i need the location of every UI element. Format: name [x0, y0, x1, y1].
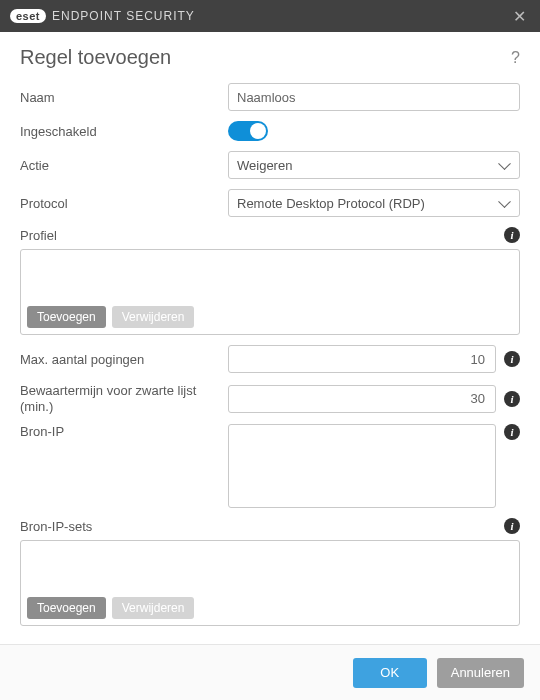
max-attempts-input[interactable] — [228, 345, 496, 373]
ok-button[interactable]: OK — [353, 658, 427, 688]
close-icon[interactable]: ✕ — [509, 7, 530, 26]
content-area: Regel toevoegen ? Naam Ingeschakeld Acti… — [0, 32, 540, 644]
source-ip-textarea[interactable] — [228, 424, 496, 508]
brand-badge: eset — [10, 9, 46, 23]
source-ip-sets-listbox[interactable]: Toevoegen Verwijderen — [20, 540, 520, 626]
label-profile: Profiel — [20, 228, 57, 243]
info-icon[interactable]: i — [504, 518, 520, 534]
protocol-select[interactable]: Remote Desktop Protocol (RDP) — [228, 189, 520, 217]
toggle-knob — [250, 123, 266, 139]
action-select-value: Weigeren — [237, 158, 292, 173]
help-icon[interactable]: ? — [511, 49, 520, 67]
info-icon[interactable]: i — [504, 351, 520, 367]
info-icon[interactable]: i — [504, 424, 520, 440]
enabled-toggle[interactable] — [228, 121, 268, 141]
profile-listbox[interactable]: Toevoegen Verwijderen — [20, 249, 520, 335]
info-icon[interactable]: i — [504, 227, 520, 243]
label-action: Actie — [20, 158, 220, 173]
page-title: Regel toevoegen — [20, 46, 171, 69]
brand-logo: eset ENDPOINT SECURITY — [10, 9, 195, 23]
label-name: Naam — [20, 90, 220, 105]
ipsets-add-button[interactable]: Toevoegen — [27, 597, 106, 619]
titlebar: eset ENDPOINT SECURITY ✕ — [0, 0, 540, 32]
profile-remove-button: Verwijderen — [112, 306, 195, 328]
name-input[interactable] — [228, 83, 520, 111]
label-protocol: Protocol — [20, 196, 220, 211]
cancel-button[interactable]: Annuleren — [437, 658, 524, 688]
action-select[interactable]: Weigeren — [228, 151, 520, 179]
ipsets-remove-button: Verwijderen — [112, 597, 195, 619]
info-icon[interactable]: i — [504, 391, 520, 407]
retention-input[interactable] — [228, 385, 496, 413]
label-retention: Bewaartermijn voor zwarte lijst (min.) — [20, 383, 220, 414]
label-source-ip: Bron-IP — [20, 424, 220, 439]
footer: OK Annuleren — [0, 644, 540, 700]
label-source-ip-sets: Bron-IP-sets — [20, 519, 92, 534]
label-enabled: Ingeschakeld — [20, 124, 220, 139]
profile-add-button[interactable]: Toevoegen — [27, 306, 106, 328]
label-max-attempts: Max. aantal pogingen — [20, 352, 220, 367]
protocol-select-value: Remote Desktop Protocol (RDP) — [237, 196, 425, 211]
brand-text: ENDPOINT SECURITY — [52, 9, 195, 23]
